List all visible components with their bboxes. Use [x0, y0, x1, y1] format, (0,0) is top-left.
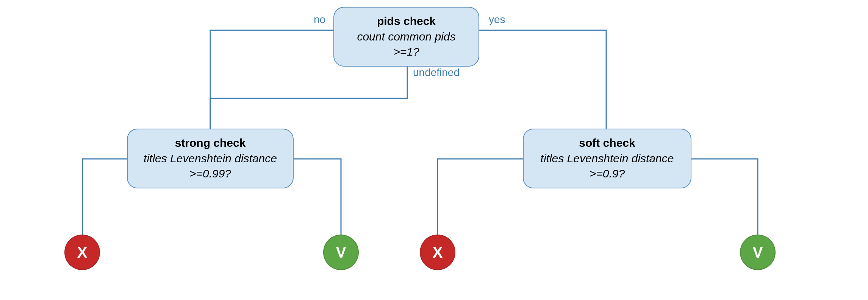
- result-label: X: [433, 244, 443, 261]
- result-pass-icon: V: [323, 235, 359, 270]
- node-desc-line: >=1?: [348, 44, 465, 60]
- node-soft-check: soft check titles Levenshtein distance >…: [523, 129, 691, 188]
- node-desc-line: >=0.9?: [537, 166, 677, 182]
- node-title: pids check: [348, 14, 465, 29]
- node-desc-line: titles Levenshtein distance: [141, 151, 279, 166]
- result-label: V: [753, 244, 763, 261]
- edge-label-no: no: [314, 14, 325, 26]
- edge-label-undefined: undefined: [413, 67, 460, 79]
- node-title: strong check: [141, 135, 279, 151]
- node-strong-check: strong check titles Levenshtein distance…: [127, 129, 294, 188]
- result-pass-icon: V: [740, 235, 776, 270]
- node-desc-line: >=0.99?: [141, 166, 279, 182]
- node-pids-check: pids check count common pids >=1?: [333, 7, 479, 67]
- result-label: X: [77, 244, 88, 261]
- node-title: soft check: [537, 135, 677, 151]
- edge-label-yes: yes: [489, 14, 505, 26]
- node-desc-line: count common pids: [348, 29, 465, 45]
- result-fail-icon: X: [64, 235, 100, 270]
- node-desc-line: titles Levenshtein distance: [537, 151, 677, 166]
- result-label: V: [336, 244, 346, 261]
- result-fail-icon: X: [420, 235, 455, 270]
